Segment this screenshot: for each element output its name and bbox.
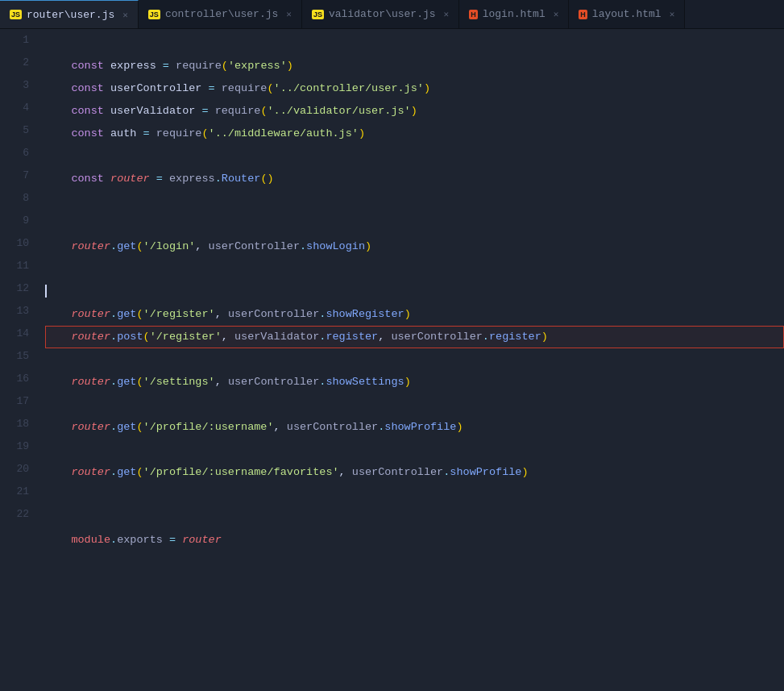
code-line-14: router.get('/settings', userController.s… xyxy=(45,371,784,393)
tab-close-login-html[interactable]: ✕ xyxy=(554,9,559,19)
line-number-22: 22 xyxy=(0,503,39,526)
tab-label: validator\user.js xyxy=(329,8,436,20)
tab-close-layout-html[interactable]: ✕ xyxy=(670,9,675,19)
line-number-15: 15 xyxy=(0,345,39,368)
line-number-13: 13 xyxy=(0,300,39,323)
code-line-6: const router = express.Router() xyxy=(45,168,784,190)
code-line-22 xyxy=(45,552,784,574)
code-line-17 xyxy=(45,439,784,461)
code-line-7 xyxy=(45,190,784,213)
line-number-16: 16 xyxy=(0,368,39,390)
tab-close-controller-user[interactable]: ✕ xyxy=(286,9,292,19)
tab-close-router-user[interactable]: ✕ xyxy=(122,10,128,20)
code-line-4: const auth = require('../middleware/auth… xyxy=(45,123,784,145)
line-number-7: 7 xyxy=(0,164,39,187)
tab-icon-router-user: JS xyxy=(10,10,22,19)
tab-validator-user[interactable]: JSvalidator\user.js✕ xyxy=(302,0,459,28)
line-number-20: 20 xyxy=(0,458,39,481)
tab-icon-login-html: H xyxy=(469,10,478,19)
code-line-13 xyxy=(45,348,784,371)
line-number-5: 5 xyxy=(0,119,39,142)
tab-label: layout.html xyxy=(592,8,662,20)
editor-window: JSrouter\user.js✕JScontroller\user.js✕JS… xyxy=(0,0,784,691)
code-line-12: router.post('/register', userValidator.r… xyxy=(45,326,784,348)
line-numbers: 12345678910111213141516171819202122 xyxy=(0,29,39,691)
code-line-15 xyxy=(45,393,784,416)
code-line-19 xyxy=(45,484,784,506)
tab-close-validator-user[interactable]: ✕ xyxy=(444,9,450,19)
tab-label: login.html xyxy=(483,8,545,20)
code-line-18: router.get('/profile/:username/favorites… xyxy=(45,461,784,484)
line-number-11: 11 xyxy=(0,255,39,277)
tab-bar: JSrouter\user.js✕JScontroller\user.js✕JS… xyxy=(0,0,784,29)
code-line-3: const userValidator = require('../valida… xyxy=(45,100,784,123)
line-number-10: 10 xyxy=(0,232,39,255)
code-line-21: module.exports = router xyxy=(45,529,784,552)
tab-login-html[interactable]: Hlogin.html✕ xyxy=(459,0,569,28)
line-number-14: 14 xyxy=(0,323,39,345)
tab-icon-layout-html: H xyxy=(579,10,587,19)
line-number-3: 3 xyxy=(0,74,39,97)
line-number-12: 12 xyxy=(0,277,39,300)
code-line-8 xyxy=(45,213,784,235)
line-number-1: 1 xyxy=(0,29,39,52)
tab-label: router\user.js xyxy=(27,9,114,21)
code-line-16: router.get('/profile/:username', userCon… xyxy=(45,416,784,439)
tab-controller-user[interactable]: JScontroller\user.js✕ xyxy=(139,0,302,28)
line-number-4: 4 xyxy=(0,97,39,119)
tab-layout-html[interactable]: Hlayout.html✕ xyxy=(569,0,685,28)
line-number-21: 21 xyxy=(0,481,39,503)
line-number-18: 18 xyxy=(0,413,39,435)
code-line-2: const userController = require('../contr… xyxy=(45,77,784,100)
code-line-5 xyxy=(45,145,784,168)
line-number-8: 8 xyxy=(0,187,39,210)
code-line-10 xyxy=(45,258,784,303)
line-number-2: 2 xyxy=(0,52,39,74)
code-container: 12345678910111213141516171819202122 cons… xyxy=(0,29,784,691)
tab-icon-controller-user: JS xyxy=(148,10,160,19)
line-number-19: 19 xyxy=(0,435,39,458)
code-line-20 xyxy=(45,506,784,529)
tab-router-user[interactable]: JSrouter\user.js✕ xyxy=(0,0,139,28)
code-line-11: router.get('/register', userController.s… xyxy=(45,303,784,326)
line-number-6: 6 xyxy=(0,142,39,164)
code-line-1: const express = require('express') xyxy=(45,55,784,77)
code-content[interactable]: const express = require('express') const… xyxy=(39,29,784,691)
tab-icon-validator-user: JS xyxy=(312,10,324,19)
tab-label: controller\user.js xyxy=(165,8,278,20)
line-number-17: 17 xyxy=(0,390,39,413)
line-number-9: 9 xyxy=(0,210,39,232)
code-line-9: router.get('/login', userController.show… xyxy=(45,235,784,258)
